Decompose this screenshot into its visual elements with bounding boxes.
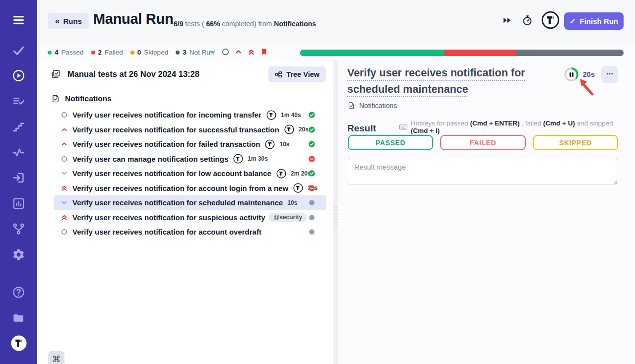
filter-bookmark-icon[interactable] xyxy=(260,48,268,56)
progress-segment xyxy=(516,50,624,56)
test-row[interactable]: Verify user receives notification for in… xyxy=(54,108,326,122)
result-skipped-button[interactable]: SKIPPED xyxy=(533,135,618,150)
checklist-icon xyxy=(51,69,61,79)
fast-forward-icon[interactable] xyxy=(502,14,513,26)
panel-resize-handle[interactable] xyxy=(333,61,338,364)
sidebar-item-branch[interactable] xyxy=(0,222,37,236)
duration-label: 1m 30s xyxy=(248,155,268,162)
tree-view-icon xyxy=(275,71,282,78)
finish-run-button[interactable]: ✓ Finish Run xyxy=(564,12,624,30)
sidebar-logo[interactable] xyxy=(0,335,37,352)
subtitle-part: 66% xyxy=(206,20,220,28)
priority-low-icon xyxy=(61,170,68,177)
priority-normal-icon xyxy=(61,228,68,236)
hotkeys-text: Hotkeys for passed (Cmd + ENTER) , faile… xyxy=(411,120,618,134)
runs-back-label: Runs xyxy=(63,17,82,25)
breadcrumb[interactable]: Notifications xyxy=(347,102,397,110)
sidebar-item-stairs[interactable] xyxy=(0,120,37,133)
sidebar-item-gear[interactable] xyxy=(0,248,37,261)
pause-icon xyxy=(566,69,576,80)
test-row[interactable]: Verify user receives notification for su… xyxy=(54,210,326,225)
branch-icon xyxy=(12,222,25,236)
test-row[interactable]: Verify user receives notification for ac… xyxy=(54,181,326,196)
keyboard-icon xyxy=(399,122,408,131)
status-passed-icon xyxy=(308,140,316,148)
finish-run-label: Finish Run xyxy=(580,17,619,25)
result-message-input[interactable] xyxy=(348,158,618,185)
result-passed-button[interactable]: PASSED xyxy=(348,135,433,150)
play-circle-icon xyxy=(12,69,25,82)
test-row[interactable]: Verify user receives notification for fa… xyxy=(54,137,326,152)
count-value: 2 xyxy=(98,49,102,56)
duration-label: 10s xyxy=(279,141,289,148)
sidebar-item-help[interactable] xyxy=(0,286,37,299)
testomat-badge-icon xyxy=(233,154,243,164)
testomat-logo-icon xyxy=(10,335,27,352)
check-icon xyxy=(12,44,25,57)
sidebar-item-play-circle[interactable] xyxy=(0,69,37,82)
status-dot xyxy=(48,51,52,55)
count-label: Skipped xyxy=(144,49,168,56)
back-chevrons-icon: « xyxy=(55,16,60,26)
stairs-icon xyxy=(12,120,25,133)
ellipsis-icon xyxy=(606,70,614,79)
folder-icon xyxy=(12,311,25,325)
duration-label: 20s xyxy=(299,126,309,133)
sidebar-item-bar-chart[interactable] xyxy=(0,197,37,210)
count-skipped: 0Skipped xyxy=(130,49,168,56)
run-title-row: Manual tests at 26 Nov 2024 13:28 xyxy=(51,69,199,79)
test-row[interactable]: Verify user receives notification for ac… xyxy=(54,225,326,240)
status-counts: 4Passed2Failed0Skipped3Not Run xyxy=(48,49,214,56)
testomat-badge-icon xyxy=(266,110,276,120)
run-title: Manual tests at 26 Nov 2024 13:28 xyxy=(67,69,199,79)
status-failed-icon xyxy=(308,155,316,163)
tree-view-label: Tree View xyxy=(286,70,319,78)
stopwatch-icon[interactable] xyxy=(521,14,533,26)
sidebar-item-check[interactable] xyxy=(0,44,37,57)
sidebar-item-import[interactable] xyxy=(0,171,37,184)
progress-segment xyxy=(300,50,444,56)
top-header: « Runs Manual Run 6/9 tests ( 66% comple… xyxy=(37,0,635,44)
test-detail-title[interactable]: Verify user receives notification for sc… xyxy=(347,65,537,98)
header-actions xyxy=(502,11,560,29)
priority-high-icon xyxy=(61,140,68,148)
subtitle-part: tests ( xyxy=(185,20,206,28)
status-dot xyxy=(176,51,180,55)
status-failed-icon xyxy=(308,184,316,192)
sidebar-item-list-check[interactable] xyxy=(0,95,37,108)
testomat-badge-icon xyxy=(284,124,294,134)
pause-timer-button[interactable] xyxy=(565,67,578,81)
help-icon xyxy=(12,286,25,299)
tree-view-button[interactable]: Tree View xyxy=(268,66,326,82)
import-icon xyxy=(12,171,25,184)
test-row[interactable]: Verify user receives notification for lo… xyxy=(54,166,326,181)
result-failed-button[interactable]: FAILED xyxy=(440,135,525,150)
tlogo-icon[interactable] xyxy=(541,11,560,29)
file-check-icon xyxy=(347,102,355,110)
count-label: Passed xyxy=(62,49,84,56)
duration-label: 1m 40s xyxy=(281,112,301,119)
priority-low-icon xyxy=(61,199,68,206)
runs-back-button[interactable]: « Runs xyxy=(48,13,89,29)
test-row[interactable]: Verify user can manage notification sett… xyxy=(54,152,326,167)
more-options-button[interactable] xyxy=(601,66,618,83)
status-notrun-icon xyxy=(308,199,316,206)
test-row[interactable]: Verify user receives notification for su… xyxy=(54,122,326,137)
folder-row-notifications[interactable]: Notifications xyxy=(37,90,333,108)
sidebar-item-folder[interactable] xyxy=(0,311,37,325)
testomat-badge-icon xyxy=(276,169,286,179)
count-failed: 2Failed xyxy=(91,49,123,56)
tag-badge[interactable]: @security xyxy=(269,213,307,222)
filter-double-chevron-up-icon[interactable] xyxy=(247,48,255,56)
breadcrumb-label: Notifications xyxy=(359,102,397,110)
test-title: Verify user receives notification for ac… xyxy=(72,228,261,236)
command-key-badge[interactable]: ⌘ xyxy=(48,351,64,364)
test-row[interactable]: Verify user receives notification for sc… xyxy=(54,195,326,210)
check-icon: ✓ xyxy=(570,17,576,26)
filter-chevron-up-icon[interactable] xyxy=(234,48,243,56)
filter-chevron-down-icon[interactable] xyxy=(208,48,217,56)
filter-circle-icon[interactable] xyxy=(221,48,230,56)
list-check-icon xyxy=(12,95,25,108)
sidebar-item-activity[interactable] xyxy=(0,146,37,159)
sidebar-item-menu[interactable] xyxy=(0,13,37,27)
